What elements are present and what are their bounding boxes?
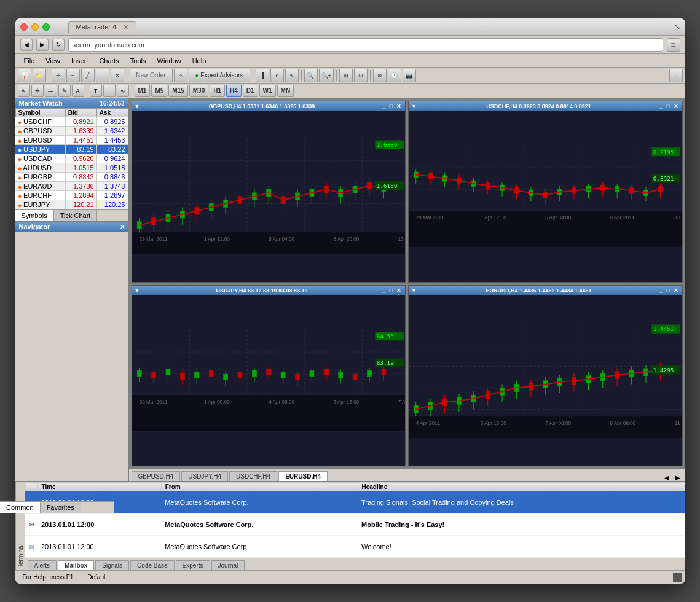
period-separator-button[interactable]: |	[103, 85, 116, 97]
market-watch-row[interactable]: ◆ EURCHF 1.2894 1.2897	[15, 191, 128, 200]
draw-button[interactable]: ✎	[58, 85, 71, 97]
chart-maximize-icon[interactable]: □	[388, 103, 394, 109]
period-w1[interactable]: W1	[259, 85, 276, 97]
chart-tab-eurusd-h4[interactable]: EURUSD,H4	[278, 471, 328, 481]
delete-button[interactable]: ✕	[111, 69, 124, 82]
address-input[interactable]	[68, 38, 663, 52]
minimize-button[interactable]	[31, 23, 39, 31]
chart-minimize-icon[interactable]: _	[382, 287, 387, 294]
menu-charts[interactable]: Charts	[94, 56, 124, 66]
market-watch-row[interactable]: ◆ USDCAD 0.9620 0.9624	[15, 154, 128, 163]
chart-close-icon[interactable]: ✕	[672, 103, 680, 109]
chart-tab-usdjpy-h4[interactable]: USDJPY,H4	[181, 471, 228, 481]
chart-minimize-icon[interactable]: _	[658, 103, 664, 109]
menu-tools[interactable]: Tools	[125, 56, 151, 66]
chart-minimize-icon[interactable]: _	[658, 287, 664, 294]
chart-body-gbpusd_h4[interactable]: 1.6339 1.6160 29 Mar 20111 Apr 12:006 Ap…	[132, 111, 406, 282]
screenshot-button[interactable]: 📷	[403, 69, 416, 82]
line-chart-button[interactable]: ∿	[285, 69, 299, 82]
terminal-tab-experts[interactable]: Experts	[176, 560, 210, 570]
chart-maximize-icon[interactable]: □	[665, 287, 671, 294]
terminal-message-row[interactable]: ✉ 2013.01.01 12:00 MetaQuotes Software C…	[25, 491, 685, 514]
text-button[interactable]: A	[72, 85, 84, 97]
close-button[interactable]	[20, 23, 28, 31]
refresh-button[interactable]: ↻	[52, 39, 65, 51]
chart-maximize-icon[interactable]: □	[388, 287, 394, 294]
bar-chart-button[interactable]: ▐	[256, 69, 269, 82]
terminal-tab-code-base[interactable]: Code Base	[130, 560, 174, 570]
chart-window-gbpusd_h4[interactable]: ▼ GBPUSD,H4 1.6331 1.6346 1.6325 1.6339 …	[132, 101, 406, 283]
market-watch-table-container[interactable]: Symbol Bid Ask ◆ USDCHF 0.8921 0.8925 ◆ …	[15, 108, 128, 209]
market-watch-row[interactable]: ◆ EURGBP 0.8843 0.8846	[15, 173, 128, 182]
chart-close-icon[interactable]: ✕	[395, 287, 403, 294]
template-button[interactable]: ⊕	[373, 69, 387, 82]
period-mn[interactable]: MN	[277, 85, 294, 97]
clock-button[interactable]: 🕐	[388, 69, 401, 82]
market-watch-row[interactable]: ◆ EURJPY 120.21 120.25	[15, 200, 128, 209]
wave-button[interactable]: ∿	[117, 85, 129, 97]
chart-body-usdchf_h4[interactable]: MACD(12,26,9)=0.00049 -0.000492 0.9195 0…	[409, 111, 682, 282]
market-watch-row[interactable]: ◆ GBPUSD 1.6339 1.6342	[15, 127, 128, 136]
navigator-close-icon[interactable]: ✕	[120, 224, 125, 230]
menu-window[interactable]: Window	[152, 56, 186, 66]
period-m1[interactable]: M1	[135, 85, 151, 97]
market-watch-row[interactable]: ◆ USDJPY 83.19 83.22	[15, 145, 128, 154]
forward-button[interactable]: ▶	[36, 39, 49, 51]
chart-close-icon[interactable]: ✕	[672, 287, 680, 294]
chart-window-eurusd_h4[interactable]: ▼ EURUSD,H4 1.4435 1.4452 1.4434 1.4451 …	[408, 285, 683, 467]
expert-advisors-button[interactable]: ● Expert Advisors	[189, 69, 250, 82]
period-m15[interactable]: M15	[168, 85, 187, 97]
fullscreen-icon[interactable]: ⤡	[674, 23, 680, 31]
prop1-button[interactable]: ⊞	[339, 69, 353, 82]
period-d1[interactable]: D1	[243, 85, 258, 97]
market-watch-row[interactable]: ◆ USDCHF 0.8921 0.8925	[15, 117, 128, 127]
terminal-message-row[interactable]: ✉ 2013.01.01 12:00 MetaQuotes Software C…	[25, 514, 685, 536]
arrow-right-button[interactable]: →	[669, 69, 683, 82]
period-h4[interactable]: H4	[226, 85, 242, 97]
terminal-message-row[interactable]: ✉ 2013.01.01 12:00 MetaQuotes Software C…	[25, 536, 685, 558]
chart-window-usdjpy_h4[interactable]: ▼ USDJPY,H4 83.12 83.19 83.08 83.19 _ □ …	[132, 285, 406, 467]
menu-file[interactable]: File	[19, 56, 40, 66]
chart-minimize-icon[interactable]: _	[382, 103, 387, 109]
new-order-button[interactable]: New Order	[130, 69, 173, 82]
tab-tick-chart[interactable]: Tick Chart	[54, 210, 98, 221]
browser-menu-button[interactable]: ≡	[667, 38, 680, 52]
crosshair-button[interactable]: ✛	[52, 69, 65, 82]
period-m30[interactable]: M30	[189, 85, 208, 97]
new-chart-button[interactable]: 📊	[18, 69, 31, 82]
market-watch-row[interactable]: ◆ AUDUSD 1.0515 1.0518	[15, 163, 128, 173]
chart-body-usdjpy_h4[interactable]: CCI(14)=-132.9064 248.062 / 190.658 84.5…	[132, 295, 406, 466]
prop2-button[interactable]: ⊟	[354, 69, 368, 82]
market-watch-row[interactable]: ◆ EURAUD 1.3736 1.3748	[15, 182, 128, 191]
candle-button[interactable]: 🕯	[270, 69, 284, 82]
zoom-in2-button[interactable]: 🔍+	[319, 69, 334, 82]
chart-window-usdchf_h4[interactable]: ▼ USDCHF,H4 0.8923 0.8924 0.8914 0.8921 …	[408, 101, 683, 283]
menu-insert[interactable]: Insert	[66, 56, 93, 66]
zoom-out-button[interactable]: 🔍-	[304, 69, 318, 82]
hline-button[interactable]: —	[96, 69, 109, 82]
terminal-tab-alerts[interactable]: Alerts	[28, 560, 57, 570]
period-m5[interactable]: M5	[151, 85, 167, 97]
chart-tab-usdchf-h4[interactable]: USDCHF,H4	[229, 471, 277, 481]
chart-tab-gbpusd-h4[interactable]: GBPUSD,H4	[132, 471, 181, 481]
chart-close-icon[interactable]: ✕	[395, 103, 403, 109]
menu-help[interactable]: Help	[187, 56, 211, 66]
crosshair2-button[interactable]: ✛	[31, 85, 44, 97]
tab-symbols[interactable]: Symbols	[15, 210, 54, 221]
label-button[interactable]: T	[90, 85, 102, 97]
back-button[interactable]: ◀	[20, 39, 33, 51]
chart-tabs-next[interactable]: ▶	[673, 474, 683, 481]
zoom-in-button[interactable]: +	[66, 69, 80, 82]
terminal-tab-journal[interactable]: Journal	[211, 560, 245, 570]
open-button[interactable]: 📁	[33, 69, 46, 82]
alert-button[interactable]: ⚠	[174, 69, 187, 82]
period-h1[interactable]: H1	[210, 85, 225, 97]
chart-body-eurusd_h4[interactable]: 1.4451 1.4295 4 Apr 20115 Apr 16:007 Apr…	[409, 295, 682, 466]
cursor-button[interactable]: ↖	[18, 85, 30, 97]
minus-button[interactable]: —	[45, 85, 57, 97]
resize-handle[interactable]	[673, 573, 682, 582]
menu-view[interactable]: View	[41, 56, 65, 66]
line-button[interactable]: ╱	[81, 69, 95, 82]
maximize-button[interactable]	[42, 23, 50, 31]
browser-tab[interactable]: MetaTrader 4 ✕	[68, 21, 137, 33]
